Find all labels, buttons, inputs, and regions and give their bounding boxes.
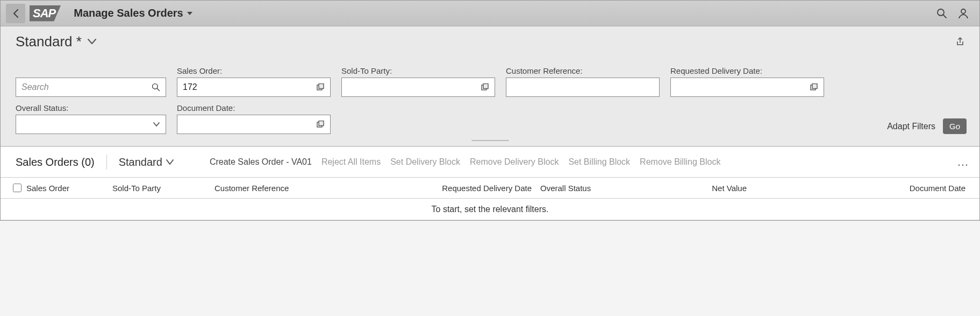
shell-bar: SAP Manage Sales Orders xyxy=(1,1,979,26)
col-header-sold-to-party[interactable]: Sold-To Party xyxy=(112,184,214,193)
filter-label-sold-to: Sold-To Party: xyxy=(341,66,495,75)
search-field[interactable] xyxy=(16,78,166,97)
select-all-checkbox[interactable] xyxy=(13,184,22,192)
svg-point-2 xyxy=(961,9,965,13)
filter-label-overall-status: Overall Status: xyxy=(16,103,166,113)
caret-down-icon xyxy=(187,11,193,16)
col-header-net-value[interactable]: Net Value xyxy=(639,184,747,193)
table-toolbar: Sales Orders (0) Standard Create Sales O… xyxy=(1,147,979,177)
col-header-document-date[interactable]: Document Date xyxy=(747,184,972,193)
col-header-customer-reference[interactable]: Customer Reference xyxy=(214,184,413,193)
value-help-button[interactable] xyxy=(312,83,329,91)
back-button[interactable] xyxy=(6,4,25,23)
chevron-left-icon xyxy=(12,9,19,18)
value-help-button[interactable] xyxy=(476,83,493,91)
svg-point-3 xyxy=(153,84,158,89)
table-empty-message: To start, set the relevant filters. xyxy=(1,199,979,220)
variant-header: Standard * xyxy=(1,26,979,57)
shell-title[interactable]: Manage Sales Orders xyxy=(74,7,192,19)
sap-logo: SAP xyxy=(30,5,61,22)
customer-reference-input[interactable] xyxy=(512,82,658,92)
value-help-button[interactable] xyxy=(312,121,329,128)
table-header-row: Sales Order Sold-To Party Customer Refer… xyxy=(1,177,979,199)
svg-line-1 xyxy=(943,15,946,18)
col-header-overall-status[interactable]: Overall Status xyxy=(532,184,639,193)
value-help-icon xyxy=(317,121,324,128)
shell-search-button[interactable] xyxy=(931,3,953,24)
dropdown-button[interactable] xyxy=(148,122,164,127)
shell-title-text: Manage Sales Orders xyxy=(74,7,183,19)
reject-all-items-button[interactable]: Reject All Items xyxy=(321,157,381,167)
go-button[interactable]: Go xyxy=(943,118,967,134)
filter-requested-delivery-date[interactable] xyxy=(670,78,824,97)
share-icon xyxy=(955,37,965,46)
pin-button[interactable] xyxy=(490,141,509,141)
value-help-icon xyxy=(810,83,818,91)
filter-overall-status[interactable] xyxy=(16,115,166,134)
variant-selector[interactable]: Standard * xyxy=(16,33,97,50)
value-help-icon xyxy=(317,83,324,91)
value-help-button[interactable] xyxy=(805,83,822,91)
svg-rect-8 xyxy=(483,84,488,89)
document-date-input[interactable] xyxy=(183,120,312,129)
chevron-down-icon xyxy=(87,38,97,45)
svg-rect-6 xyxy=(319,84,324,89)
filter-sales-order[interactable] xyxy=(177,78,331,97)
filter-label-sales-order: Sales Order: xyxy=(177,66,331,75)
header-collapse-control xyxy=(471,140,509,141)
table-title: Sales Orders (0) xyxy=(16,156,95,168)
remove-delivery-block-button[interactable]: Remove Delivery Block xyxy=(470,157,559,167)
overall-status-input[interactable] xyxy=(22,120,148,129)
set-delivery-block-button[interactable]: Set Delivery Block xyxy=(390,157,460,167)
filter-customer-reference[interactable] xyxy=(506,78,660,97)
chevron-down-icon xyxy=(166,159,174,165)
filter-sold-to-party[interactable] xyxy=(341,78,495,97)
remove-billing-block-button[interactable]: Remove Billing Block xyxy=(640,157,720,167)
table-variant-selector[interactable]: Standard xyxy=(119,156,174,168)
filter-document-date[interactable] xyxy=(177,115,331,134)
toolbar-overflow-button[interactable]: … xyxy=(955,155,972,169)
value-help-icon xyxy=(481,83,489,91)
collapse-button[interactable] xyxy=(472,141,490,141)
svg-line-4 xyxy=(157,88,159,90)
table-variant-name: Standard xyxy=(119,156,162,168)
filter-label-doc-date: Document Date: xyxy=(177,103,331,113)
svg-rect-12 xyxy=(319,121,324,126)
person-icon xyxy=(958,8,969,19)
share-button[interactable] xyxy=(952,33,969,50)
variant-name: Standard * xyxy=(16,33,82,50)
col-header-requested-delivery-date[interactable]: Requested Delivery Date xyxy=(413,184,532,193)
col-header-sales-order[interactable]: Sales Order xyxy=(26,184,112,193)
chevron-down-icon xyxy=(153,122,160,127)
search-icon xyxy=(152,83,160,92)
adapt-filters-button[interactable]: Adapt Filters xyxy=(887,122,935,131)
sales-order-input[interactable] xyxy=(183,82,312,92)
svg-point-0 xyxy=(938,9,944,16)
filter-bar: . Sales Order: xyxy=(1,57,979,146)
divider xyxy=(106,155,107,170)
filter-label-req-date: Requested Delivery Date: xyxy=(670,66,824,75)
user-button[interactable] xyxy=(953,3,974,24)
create-sales-order-button[interactable]: Create Sales Order - VA01 xyxy=(210,157,312,167)
set-billing-block-button[interactable]: Set Billing Block xyxy=(568,157,630,167)
svg-rect-10 xyxy=(812,84,817,89)
search-icon xyxy=(936,8,947,19)
search-input[interactable] xyxy=(22,82,147,92)
requested-delivery-date-input[interactable] xyxy=(676,82,805,92)
search-icon-button[interactable] xyxy=(147,83,164,92)
sold-to-party-input[interactable] xyxy=(347,82,476,92)
filter-label-cust-ref: Customer Reference: xyxy=(506,66,660,75)
